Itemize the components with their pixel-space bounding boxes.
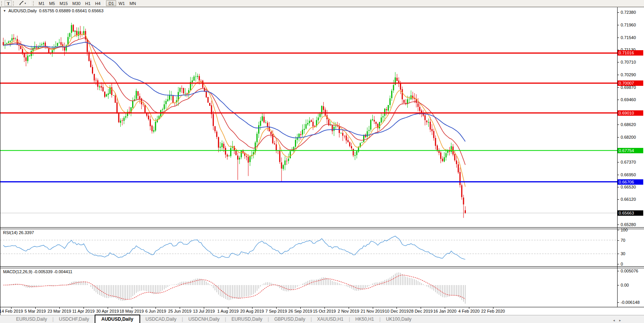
date-label: 15 Oct 2019 bbox=[313, 309, 336, 313]
date-label: 2 Nov 2019 bbox=[338, 309, 359, 313]
macd-axis-tick bbox=[617, 302, 619, 303]
macd-axis-label: 0.005076 bbox=[621, 269, 638, 273]
date-label: 18 May 2019 bbox=[120, 309, 144, 313]
timeframe-button-d1[interactable]: D1 bbox=[106, 0, 116, 6]
date-label: 25 Jun 2019 bbox=[168, 309, 192, 313]
tab-usdchf-daily[interactable]: USDCHF,Daily bbox=[54, 315, 95, 323]
toolbar-grip[interactable] bbox=[13, 1, 15, 6]
date-label: 4 Feb 2020 bbox=[458, 309, 480, 313]
timeframe-button-m15[interactable]: M15 bbox=[57, 0, 70, 6]
rsi-axis-label: 70 bbox=[621, 238, 625, 243]
timeframe-buttons: M1M5M15M30H1H4D1W1MN bbox=[36, 0, 138, 6]
date-label: 26 Sep 2019 bbox=[288, 309, 312, 313]
toolbar-separator bbox=[104, 1, 105, 6]
timeframe-button-h4[interactable]: H4 bbox=[93, 0, 103, 6]
tab-usdcnh-daily[interactable]: USDCNH,Daily bbox=[183, 315, 225, 323]
price-axis-tick bbox=[617, 225, 619, 225]
price-level-badge: 0.69010 bbox=[618, 110, 643, 116]
rsi-axis-tick bbox=[617, 240, 619, 241]
price-axis-tick bbox=[617, 62, 619, 62]
price-axis-tick bbox=[617, 199, 619, 200]
toolbar-grip[interactable] bbox=[33, 1, 35, 6]
tab-scroll-right-button[interactable]: ▸ bbox=[618, 318, 623, 323]
timeframe-button-h1[interactable]: H1 bbox=[83, 0, 93, 6]
price-axis-tick bbox=[617, 187, 619, 187]
date-label: 30 Apr 2019 bbox=[96, 309, 119, 313]
macd-axis-label: 0.00 bbox=[621, 283, 629, 287]
crosshair-arrows-tool-button[interactable]: ▾ bbox=[16, 0, 28, 6]
macd-panel[interactable]: MACD(12,26,9) -0.005339 -0.004411 bbox=[0, 268, 644, 307]
tab-eurusd-daily[interactable]: EURUSD,Daily bbox=[11, 315, 52, 323]
price-axis-tick bbox=[617, 100, 619, 100]
price-axis-label: 0.72380 bbox=[621, 10, 636, 15]
mt4-window: T ▾ M1M5M15M30H1H4D1W1MN ▼ AUDUSD,Daily … bbox=[0, 0, 644, 323]
rsi-axis-label: 100 bbox=[621, 228, 628, 232]
toolbar-grip[interactable] bbox=[1, 1, 3, 6]
date-label: 13 Jul 2019 bbox=[193, 309, 215, 313]
rsi-axis-tick bbox=[617, 230, 619, 230]
timeframe-button-m30[interactable]: M30 bbox=[70, 0, 83, 6]
tab-uk100-daily[interactable]: UK100,Daily bbox=[380, 315, 417, 323]
price-axis-label: 0.65280 bbox=[621, 222, 636, 227]
diagonal-arrows-icon bbox=[19, 0, 24, 6]
date-label: 22 Feb 2020 bbox=[481, 309, 505, 313]
date-label: 16 Jan 2020 bbox=[433, 309, 457, 313]
macd-axis-label: -0.006148 bbox=[621, 300, 640, 305]
collapse-triangle-icon[interactable]: ▼ bbox=[3, 9, 6, 13]
date-label: 1 Aug 2019 bbox=[217, 309, 239, 313]
timeframe-button-w1[interactable]: W1 bbox=[116, 0, 127, 6]
chart-ohlc-values: 0.65755 0.65889 0.65641 0.65663 bbox=[39, 8, 103, 13]
rsi-axis-label: 0 bbox=[621, 262, 623, 266]
rsi-axis-tick bbox=[617, 254, 619, 254]
timeframe-button-mn[interactable]: MN bbox=[127, 0, 138, 6]
tab-gbpusd-daily[interactable]: GBPUSD,Daily bbox=[269, 315, 311, 323]
timeframe-button-m1[interactable]: M1 bbox=[36, 0, 47, 6]
macd-axis-tick bbox=[617, 285, 619, 285]
rsi-plot[interactable] bbox=[0, 229, 617, 266]
price-chart-panel[interactable]: ▼ AUDUSD,Daily 0.65755 0.65889 0.65641 0… bbox=[0, 7, 644, 228]
tab-xauusd-h1[interactable]: XAUUSD,H1 bbox=[312, 315, 349, 323]
price-axis-label: 0.68200 bbox=[621, 135, 636, 139]
date-label: 5 Mar 2019 bbox=[25, 309, 46, 313]
toolbar: T ▾ M1M5M15M30H1H4D1W1MN bbox=[0, 0, 644, 7]
price-axis-tick bbox=[617, 38, 619, 38]
rsi-panel[interactable]: RSI(14) 26.3397 bbox=[0, 229, 644, 267]
tab-usdcad-daily[interactable]: USDCAD,Daily bbox=[140, 315, 182, 323]
macd-plot[interactable] bbox=[0, 268, 617, 307]
price-chart-plot[interactable] bbox=[0, 7, 617, 227]
price-axis-tick bbox=[617, 50, 619, 50]
price-axis-label: 0.66950 bbox=[621, 172, 636, 177]
chart-tab-bar: EURUSD,Daily|USDCHF,DailyAUDUSD,DailyUSD… bbox=[0, 315, 644, 323]
price-axis-tick bbox=[617, 137, 619, 138]
price-axis-tick bbox=[617, 25, 619, 25]
price-axis-tick bbox=[617, 125, 619, 125]
toolbar-separator bbox=[30, 1, 30, 6]
price-level-badge: 0.70007 bbox=[618, 80, 643, 86]
price-axis-label: 0.70290 bbox=[621, 72, 636, 77]
price-level-badge: 0.71016 bbox=[618, 50, 643, 56]
chart-window: ▼ AUDUSD,Daily 0.65755 0.65889 0.65641 0… bbox=[0, 7, 644, 315]
tab-eurusd-daily[interactable]: EURUSD,Daily bbox=[226, 315, 268, 323]
date-label: 20 Aug 2019 bbox=[240, 309, 264, 313]
tab-scroll-left-button[interactable]: ◂ bbox=[611, 318, 616, 323]
timeframe-button-m5[interactable]: M5 bbox=[47, 0, 57, 6]
price-level-badge: 0.65663 bbox=[618, 210, 643, 216]
price-axis-tick bbox=[617, 175, 619, 175]
price-axis-tick bbox=[617, 87, 619, 88]
price-axis-label: 0.67370 bbox=[621, 160, 636, 164]
price-axis-label: 0.66530 bbox=[621, 185, 636, 189]
price-axis-label: 0.68620 bbox=[621, 122, 636, 127]
macd-label: MACD(12,26,9) -0.005339 -0.004411 bbox=[3, 269, 72, 274]
chart-title: ▼ AUDUSD,Daily 0.65755 0.65889 0.65641 0… bbox=[3, 8, 103, 13]
text-tool-button[interactable]: T bbox=[5, 0, 12, 6]
price-axis-label: 0.70710 bbox=[621, 60, 636, 64]
tab-hk50-h1[interactable]: HK50,H1 bbox=[350, 315, 380, 323]
tab-audusd-daily[interactable]: AUDUSD,Daily bbox=[95, 315, 140, 323]
price-axis-label: 0.71540 bbox=[621, 35, 636, 40]
chart-symbol-label: AUDUSD,Daily bbox=[8, 8, 37, 13]
price-axis-label: 0.69460 bbox=[621, 97, 636, 102]
price-level-badge: 0.66706 bbox=[618, 179, 643, 185]
date-label: 23 Mar 2019 bbox=[48, 309, 71, 313]
macd-axis-tick bbox=[617, 271, 619, 271]
price-axis-label: 0.71960 bbox=[621, 23, 636, 27]
